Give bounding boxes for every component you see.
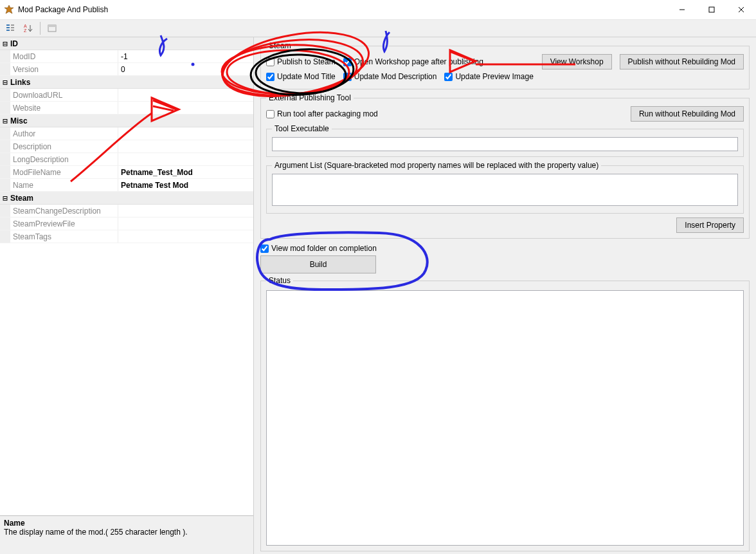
- property-row[interactable]: SteamPreviewFile: [0, 217, 253, 230]
- property-value[interactable]: [118, 102, 253, 114]
- property-key: Description: [10, 140, 118, 152]
- publish-to-steam-checkbox[interactable]: Publish to Steam: [266, 57, 336, 66]
- svg-rect-15: [48, 25, 56, 27]
- property-category[interactable]: ⊟Links: [0, 76, 253, 89]
- svg-rect-5: [6, 24, 10, 26]
- property-pages-button[interactable]: [44, 21, 60, 35]
- svg-rect-6: [6, 27, 10, 28]
- property-grid-panel: ⊟IDModID-1Version0⊟LinksDownloadURLWebsi…: [0, 37, 254, 554]
- property-grid[interactable]: ⊟IDModID-1Version0⊟LinksDownloadURLWebsi…: [0, 37, 253, 515]
- property-row[interactable]: SteamChangeDescription: [0, 205, 253, 217]
- window-title: Mod Package And Publish: [18, 5, 108, 14]
- property-help-name: Name: [4, 519, 249, 528]
- argument-list-group: Argument List (Square-bracketed mod prop…: [266, 161, 744, 214]
- property-value[interactable]: [118, 205, 253, 217]
- build-button[interactable]: Build: [260, 255, 376, 273]
- property-key: Website: [10, 102, 118, 114]
- property-value[interactable]: [118, 153, 253, 165]
- property-row[interactable]: Author: [0, 127, 253, 140]
- alphabetical-view-button[interactable]: AZ: [21, 21, 36, 35]
- toolbar-separator: [40, 22, 40, 35]
- property-value[interactable]: [118, 89, 253, 101]
- property-key: ModFileName: [10, 166, 118, 178]
- tool-executable-legend: Tool Executable: [272, 124, 332, 133]
- property-value[interactable]: [118, 217, 253, 230]
- property-key: SteamChangeDescription: [10, 205, 118, 217]
- status-group: Status: [260, 276, 750, 551]
- property-key: Author: [10, 127, 118, 140]
- run-without-rebuilding-button[interactable]: Run without Rebuilding Mod: [631, 106, 744, 122]
- property-row[interactable]: Website: [0, 102, 253, 115]
- status-output[interactable]: [266, 290, 744, 546]
- property-value[interactable]: 0: [118, 63, 253, 75]
- open-workshop-after-checkbox[interactable]: Open Workshop page after publishing: [343, 57, 483, 66]
- property-category[interactable]: ⊟Misc: [0, 115, 253, 127]
- svg-rect-10: [11, 30, 14, 31]
- categorized-view-button[interactable]: [3, 21, 18, 35]
- property-key: DownloadURL: [10, 89, 118, 101]
- app-icon: [4, 5, 14, 15]
- property-value[interactable]: Petname Test Mod: [118, 179, 253, 191]
- property-key: ModID: [10, 50, 118, 62]
- collapse-icon[interactable]: ⊟: [0, 116, 10, 125]
- svg-rect-7: [6, 30, 10, 31]
- minimize-button[interactable]: [667, 0, 697, 19]
- external-publishing-tool-legend: External Publishing Tool: [266, 93, 354, 102]
- collapse-icon[interactable]: ⊟: [0, 39, 10, 48]
- property-key: Version: [10, 63, 118, 75]
- steam-group: Steam Publish to Steam Open Workshop pag…: [260, 41, 750, 89]
- update-mod-title-checkbox[interactable]: Update Mod Title: [266, 72, 336, 81]
- view-workshop-button[interactable]: View Workshop: [542, 54, 612, 69]
- property-category[interactable]: ⊟ID: [0, 37, 253, 50]
- maximize-button[interactable]: [697, 0, 726, 19]
- property-help-pane: Name The display name of the mod.( 255 c…: [0, 515, 253, 554]
- property-row[interactable]: ModID-1: [0, 50, 253, 63]
- argument-list-legend: Argument List (Square-bracketed mod prop…: [272, 161, 601, 170]
- collapse-icon[interactable]: ⊟: [0, 194, 10, 203]
- property-value[interactable]: [118, 230, 253, 243]
- property-value[interactable]: Petname_Test_Mod: [118, 166, 253, 178]
- property-value[interactable]: [118, 140, 253, 152]
- argument-list-input[interactable]: [272, 174, 738, 206]
- steam-group-legend: Steam: [266, 41, 294, 50]
- property-row[interactable]: LongDescription: [0, 153, 253, 166]
- svg-rect-9: [11, 27, 14, 28]
- property-row[interactable]: Description: [0, 140, 253, 153]
- update-mod-description-checkbox[interactable]: Update Mod Description: [343, 72, 437, 81]
- collapse-icon[interactable]: ⊟: [0, 78, 10, 87]
- tool-executable-group: Tool Executable: [266, 124, 744, 157]
- property-key: SteamPreviewFile: [10, 217, 118, 230]
- svg-text:A: A: [24, 24, 27, 28]
- view-mod-folder-checkbox[interactable]: View mod folder on completion: [260, 244, 377, 253]
- close-button[interactable]: [726, 0, 756, 19]
- property-key: SteamTags: [10, 230, 118, 243]
- svg-text:Z: Z: [24, 28, 27, 33]
- property-value[interactable]: -1: [118, 50, 253, 62]
- svg-rect-2: [709, 7, 714, 12]
- titlebar: Mod Package And Publish: [0, 0, 756, 19]
- update-preview-image-checkbox[interactable]: Update Preview Image: [444, 72, 533, 81]
- property-row[interactable]: Version0: [0, 63, 253, 76]
- property-row[interactable]: NamePetname Test Mod: [0, 179, 253, 192]
- property-category-label: Misc: [10, 116, 28, 125]
- property-help-desc: The display name of the mod.( 255 charac…: [4, 528, 249, 537]
- propgrid-toolbar: AZ: [0, 19, 756, 37]
- property-category-label: Links: [10, 78, 30, 87]
- tool-executable-input[interactable]: [272, 137, 738, 151]
- external-publishing-tool-group: External Publishing Tool Run tool after …: [260, 93, 750, 239]
- property-key: LongDescription: [10, 153, 118, 165]
- property-row[interactable]: SteamTags: [0, 230, 253, 243]
- property-row[interactable]: ModFileNamePetname_Test_Mod: [0, 166, 253, 179]
- property-key: Name: [10, 179, 118, 191]
- publish-without-rebuilding-button[interactable]: Publish without Rebuilding Mod: [620, 54, 744, 69]
- run-tool-after-packaging-checkbox[interactable]: Run tool after packaging mod: [266, 109, 378, 118]
- status-legend: Status: [266, 276, 293, 285]
- property-category[interactable]: ⊟Steam: [0, 192, 253, 205]
- property-value[interactable]: [118, 127, 253, 140]
- insert-property-button[interactable]: Insert Property: [676, 217, 744, 233]
- svg-rect-8: [11, 24, 14, 26]
- property-category-label: ID: [10, 39, 18, 48]
- property-row[interactable]: DownloadURL: [0, 89, 253, 102]
- svg-marker-0: [4, 5, 14, 14]
- property-category-label: Steam: [10, 194, 33, 203]
